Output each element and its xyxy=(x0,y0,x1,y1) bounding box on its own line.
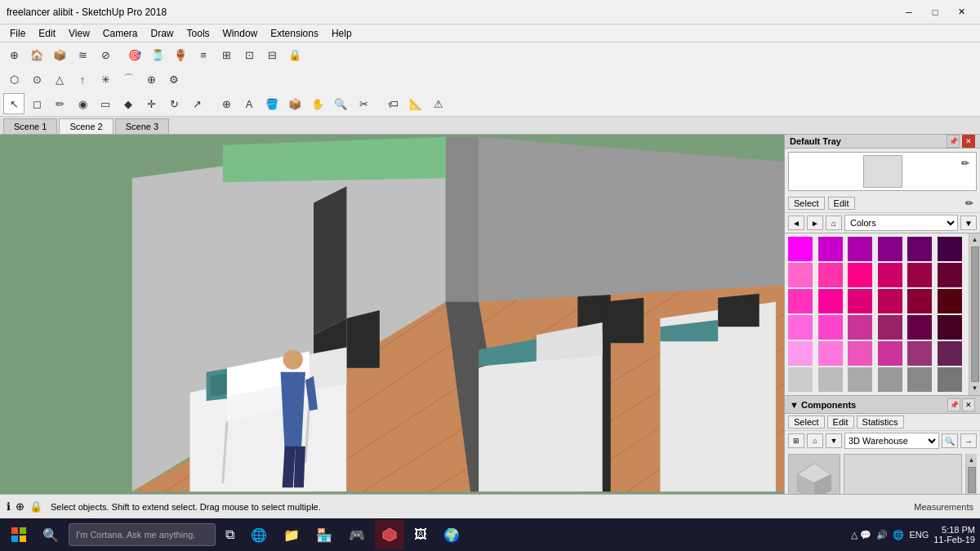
tb-hand[interactable]: ✋ xyxy=(307,93,328,114)
color-scrollbar[interactable]: ▲ ▼ xyxy=(969,233,980,395)
taskbar-volume-icon[interactable]: 🔊 xyxy=(876,530,888,540)
color-swatch-20[interactable] xyxy=(818,315,843,340)
tb-dim[interactable]: 📐 xyxy=(405,93,426,114)
tb-camera-1[interactable]: 🎯 xyxy=(124,44,145,65)
taskbar-edge-icon[interactable]: 🌐 xyxy=(244,520,274,549)
start-button[interactable] xyxy=(5,520,33,549)
color-swatch-1[interactable] xyxy=(788,237,813,261)
maximize-button[interactable]: □ xyxy=(923,4,947,20)
color-swatch-21[interactable] xyxy=(848,315,872,340)
taskbar-chrome-icon[interactable]: 🌍 xyxy=(437,520,466,549)
color-swatch-6[interactable] xyxy=(938,237,962,261)
tb-scale[interactable]: ↗ xyxy=(186,93,207,114)
tb-select[interactable]: ↖ xyxy=(3,93,24,114)
materials-dropdown[interactable]: Colors xyxy=(844,215,958,231)
tb-tag[interactable]: 🏷 xyxy=(382,93,403,114)
tb-lasso[interactable]: ◉ xyxy=(72,93,93,114)
comp-stats-btn[interactable]: Statistics xyxy=(857,415,904,429)
mat-nav-home[interactable]: ⌂ xyxy=(826,216,842,230)
taskbar-network-icon[interactable]: 🌐 xyxy=(893,530,904,540)
viewport[interactable]: postagi.com xyxy=(0,135,784,494)
color-swatch-36[interactable] xyxy=(938,367,962,392)
tb-camera-4[interactable]: ≡ xyxy=(193,44,214,65)
comp-home-btn[interactable]: ⌂ xyxy=(807,433,823,448)
scroll-down-arrow[interactable]: ▼ xyxy=(972,384,978,393)
tb-paint[interactable]: 🪣 xyxy=(261,93,283,114)
tb-icon-5[interactable]: ⊘ xyxy=(95,44,116,65)
color-swatch-10[interactable] xyxy=(878,263,902,287)
edit-material-btn[interactable]: Edit xyxy=(828,197,855,210)
color-swatch-2[interactable] xyxy=(818,237,843,261)
mat-nav-back[interactable]: ◄ xyxy=(788,216,804,230)
cortana-button[interactable]: 🔍 xyxy=(36,520,65,549)
tb-camera-5[interactable]: ⊞ xyxy=(216,44,237,65)
comp-dropdown-arrow[interactable]: ▼ xyxy=(826,433,842,448)
comp-select-btn[interactable]: Select xyxy=(788,415,825,429)
comp-scroll-up[interactable]: ▲ xyxy=(969,455,975,465)
color-swatch-3[interactable] xyxy=(848,237,872,261)
task-view-button[interactable]: ⧉ xyxy=(219,520,241,549)
color-swatch-28[interactable] xyxy=(878,341,902,366)
comp-search-btn[interactable]: 🔍 xyxy=(942,433,958,448)
tb-zoom[interactable]: 🔍 xyxy=(330,93,351,114)
tb-warn[interactable]: ⚠ xyxy=(428,93,449,114)
color-swatch-9[interactable] xyxy=(848,263,872,287)
taskbar-icon-4[interactable]: 🎮 xyxy=(342,520,372,549)
color-swatch-33[interactable] xyxy=(848,367,872,392)
color-swatch-27[interactable] xyxy=(848,341,872,366)
tb-move[interactable]: ✛ xyxy=(140,93,162,114)
taskbar-search-box[interactable]: I'm Cortana. Ask me anything. xyxy=(69,523,216,546)
comp-scroll-thumb[interactable] xyxy=(968,467,976,493)
tb-section[interactable]: ✂ xyxy=(353,93,374,114)
tb-text[interactable]: A xyxy=(238,93,260,114)
tb-camera-2[interactable]: 🫙 xyxy=(147,44,168,65)
menu-item-file[interactable]: File xyxy=(3,26,32,41)
materials-pencil-icon[interactable]: ✏ xyxy=(962,196,977,211)
tb-rotate[interactable]: ↻ xyxy=(163,93,185,114)
select-material-btn[interactable]: Select xyxy=(788,197,825,210)
color-swatch-23[interactable] xyxy=(907,315,932,340)
tb-draw-5[interactable]: ✳ xyxy=(95,69,116,90)
scene-tab-3[interactable]: Scene 3 xyxy=(115,118,169,134)
tb-draw-4[interactable]: ↑ xyxy=(72,69,93,90)
color-swatch-34[interactable] xyxy=(878,367,902,392)
color-swatch-31[interactable] xyxy=(788,367,813,392)
comp-scrollbar[interactable]: ▲ ▼ xyxy=(965,454,977,494)
tb-draw-2[interactable]: ⊙ xyxy=(26,69,47,90)
color-swatch-26[interactable] xyxy=(818,341,843,366)
comp-dropdown[interactable]: 3D Warehouse xyxy=(844,433,939,449)
tb-draw-1[interactable]: ⬡ xyxy=(3,69,24,90)
tb-component[interactable]: 📦 xyxy=(284,93,305,114)
color-swatch-11[interactable] xyxy=(907,263,932,287)
color-swatch-22[interactable] xyxy=(878,315,902,340)
taskbar-store-icon[interactable]: 🏪 xyxy=(310,520,339,549)
tb-camera-3[interactable]: 🏺 xyxy=(170,44,191,65)
color-swatch-13[interactable] xyxy=(788,289,813,313)
color-swatch-19[interactable] xyxy=(788,315,813,340)
tb-icon-3[interactable]: 📦 xyxy=(49,44,70,65)
taskbar-sketchup-icon[interactable] xyxy=(375,520,404,549)
scene-tab-2[interactable]: Scene 2 xyxy=(59,118,113,134)
menu-item-draw[interactable]: Draw xyxy=(145,26,180,41)
tb-push[interactable]: ◆ xyxy=(118,93,139,114)
edit-material-pencil[interactable]: ✏ xyxy=(958,156,973,171)
close-button[interactable]: ✕ xyxy=(949,4,973,20)
tb-pencil[interactable]: ✏ xyxy=(49,93,70,114)
color-swatch-12[interactable] xyxy=(938,263,962,287)
color-swatch-5[interactable] xyxy=(907,237,932,261)
tb-camera-8[interactable]: 🔒 xyxy=(284,44,305,65)
taskbar-photos-icon[interactable]: 🖼 xyxy=(408,520,434,549)
color-swatch-7[interactable] xyxy=(788,263,813,287)
minimize-button[interactable]: ─ xyxy=(897,4,921,20)
mat-nav-extra[interactable]: ▼ xyxy=(960,216,977,230)
components-header[interactable]: ▼ Components 📌 ✕ xyxy=(785,396,980,414)
tb-erase[interactable]: ◻ xyxy=(26,93,47,114)
scroll-thumb[interactable] xyxy=(971,247,979,382)
mat-nav-forward[interactable]: ► xyxy=(807,216,823,230)
tb-draw-6[interactable]: ⌒ xyxy=(118,69,139,90)
tb-camera-7[interactable]: ⊟ xyxy=(261,44,283,65)
comp-grid-btn[interactable]: ⊞ xyxy=(788,433,804,448)
tb-icon-2[interactable]: 🏠 xyxy=(26,44,47,65)
comp-close-btn[interactable]: ✕ xyxy=(962,398,975,411)
color-swatch-16[interactable] xyxy=(878,289,902,313)
